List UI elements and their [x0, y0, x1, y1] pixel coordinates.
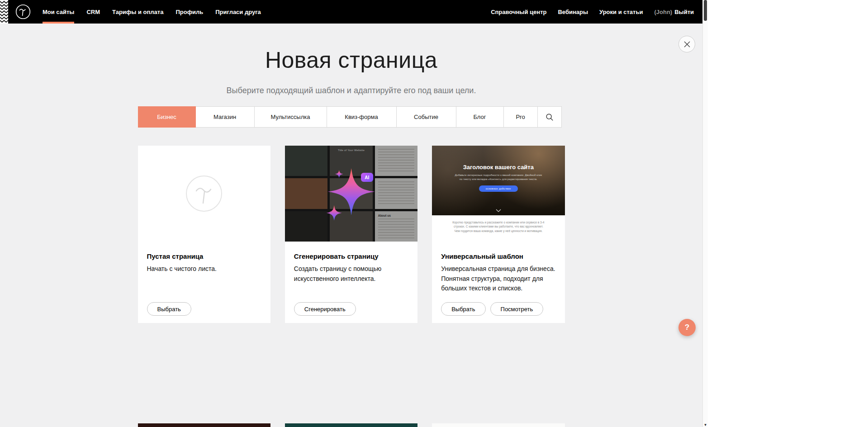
ai-badge: AI — [361, 173, 373, 182]
secondary-nav: Справочный центр Вебинары Уроки и статьи… — [491, 0, 694, 24]
scrollbar-thumb[interactable] — [704, 0, 707, 21]
tilda-watermark-icon — [185, 174, 223, 213]
preview-heading: Заголовок вашего сайта — [463, 164, 534, 171]
top-navbar: Мои сайты CRM Тарифы и оплата Профиль Пр… — [0, 0, 702, 24]
nav-profile[interactable]: Профиль — [175, 0, 203, 24]
tab-business[interactable]: Бизнес — [138, 106, 196, 128]
nav-logout[interactable]: (John) Выйти — [654, 0, 694, 24]
page-subtitle: Выберите подходящий шаблон и адаптируйте… — [0, 86, 702, 95]
card-description: Начать с чистого листа. — [147, 264, 261, 274]
card-description: Создать страницу с помощью искусственног… — [294, 264, 408, 284]
view-button[interactable]: Посмотреть — [490, 302, 544, 316]
tab-pro[interactable]: Pro — [503, 106, 538, 128]
user-name: (John) — [654, 9, 672, 15]
nav-help-center[interactable]: Справочный центр — [491, 0, 546, 24]
category-tabs: Бизнес Магазин Мультиссылка Квиз-форма С… — [138, 106, 565, 128]
tab-shop[interactable]: Магазин — [195, 106, 255, 128]
search-tab[interactable] — [537, 106, 562, 128]
nav-my-sites[interactable]: Мои сайты — [43, 0, 74, 24]
scrollbar-arrow-down[interactable]: ▾ — [703, 422, 708, 427]
template-preview: Заголовок вашего сайта Добавьте интересн… — [432, 146, 564, 242]
preview-body-text: Коротко представьтесь и расскажите о ком… — [451, 220, 545, 242]
new-page-dialog: Новая страница Выберите подходящий шабло… — [0, 24, 702, 427]
tilda-logo-icon[interactable] — [15, 4, 31, 19]
template-card-partial[interactable] — [138, 423, 270, 427]
template-grid: Пустая страница Начать с чистого листа. … — [138, 146, 565, 323]
nav-webinars[interactable]: Вебинары — [558, 0, 588, 24]
card-blank-page: Пустая страница Начать с чистого листа. … — [138, 146, 270, 323]
card-title: Сгенерировать страницу — [294, 252, 408, 260]
preview-cta-button: основное действие — [479, 185, 518, 192]
template-card-partial[interactable] — [432, 423, 564, 427]
logout-label: Выйти — [674, 9, 694, 15]
card-ai-generate: Title of Your Website About us — [285, 146, 417, 323]
tab-quiz-form[interactable]: Квиз-форма — [327, 106, 397, 128]
chevron-down-icon — [496, 209, 501, 212]
card-title: Пустая страница — [147, 252, 261, 260]
tilda-app-window: Мои сайты CRM Тарифы и оплата Профиль Пр… — [0, 0, 708, 427]
card-title: Универсальный шаблон — [441, 252, 555, 260]
nav-invite-friend[interactable]: Пригласи друга — [215, 0, 261, 24]
template-card-partial[interactable] — [285, 423, 417, 427]
choose-button[interactable]: Выбрать — [441, 302, 485, 316]
choose-button[interactable]: Выбрать — [147, 302, 191, 316]
ai-sparkle-icon — [285, 146, 417, 242]
search-icon — [545, 113, 554, 121]
card-description: Универсальная страница для бизнеса. Поня… — [441, 264, 555, 294]
main-nav: Мои сайты CRM Тарифы и оплата Профиль Пр… — [43, 0, 273, 24]
page-title: Новая страница — [0, 49, 702, 71]
blank-page-preview — [138, 146, 270, 242]
preview-subtext: Добавьте интересные подробности о вашей … — [453, 173, 544, 181]
zigzag-pattern-icon — [0, 0, 8, 24]
scrollbar[interactable]: ▾ — [702, 0, 708, 427]
tab-blog[interactable]: Блог — [456, 106, 504, 128]
nav-lessons-articles[interactable]: Уроки и статьи — [599, 0, 643, 24]
ai-collage-preview: Title of Your Website About us — [285, 146, 417, 242]
card-universal-template: Заголовок вашего сайта Добавьте интересн… — [432, 146, 564, 323]
tab-event[interactable]: Событие — [396, 106, 456, 128]
nav-crm[interactable]: CRM — [86, 0, 100, 24]
generate-button[interactable]: Сгенерировать — [294, 302, 356, 316]
template-grid-row2 — [138, 423, 565, 427]
tab-multilink[interactable]: Мультиссылка — [254, 106, 327, 128]
nav-tariffs[interactable]: Тарифы и оплата — [112, 0, 163, 24]
help-button[interactable]: ? — [678, 319, 696, 336]
